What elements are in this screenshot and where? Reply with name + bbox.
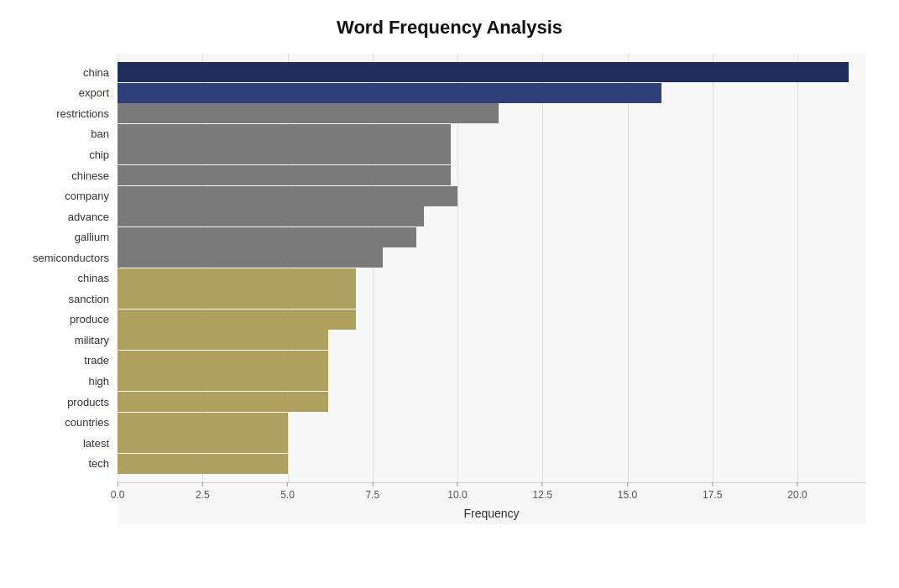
x-tick: 0.0: [111, 482, 125, 501]
bar-row: tech: [118, 454, 865, 474]
bar-fill: [118, 144, 451, 164]
x-axis-label: Frequency: [118, 507, 865, 520]
x-tick: 10.0: [447, 482, 467, 501]
bar-label: products: [8, 396, 118, 408]
bar-row: produce: [118, 310, 865, 330]
x-tick-line: [457, 482, 457, 487]
bar-row: restrictions: [118, 103, 865, 123]
x-tick-line: [797, 482, 797, 487]
x-tick-line: [542, 482, 543, 487]
bar-row: high: [118, 371, 865, 391]
bar-label: ban: [8, 127, 118, 140]
bar-label: trade: [8, 354, 118, 367]
bar-fill: [118, 124, 451, 144]
bar-track: [118, 206, 865, 226]
bar-fill: [118, 227, 416, 247]
x-tick-label: 12.5: [533, 489, 552, 501]
bar-track: [118, 310, 865, 330]
bar-track: [118, 83, 865, 103]
bar-fill: [118, 247, 383, 268]
bar-label: chinas: [8, 272, 118, 284]
bar-row: trade: [118, 351, 865, 371]
bar-track: [118, 227, 865, 247]
x-tick-label: 5.0: [280, 489, 295, 501]
bar-fill: [118, 392, 328, 412]
x-tick: 7.5: [365, 482, 379, 501]
bar-track: [118, 351, 865, 371]
bar-row: sanction: [118, 289, 865, 309]
bar-row: export: [118, 83, 865, 103]
bar-track: [118, 289, 865, 309]
bar-track: [118, 186, 865, 206]
bar-fill: [118, 351, 328, 371]
bar-row: semiconductors: [118, 247, 865, 268]
x-tick-line: [202, 482, 203, 487]
x-tick: 17.5: [703, 482, 722, 501]
bar-row: latest: [118, 433, 865, 453]
bar-track: [118, 392, 865, 412]
bar-label: high: [8, 375, 118, 388]
bar-label: tech: [8, 457, 118, 470]
bar-fill: [118, 330, 328, 350]
bar-row: products: [118, 392, 865, 412]
bar-fill: [118, 371, 328, 391]
bar-label: company: [8, 190, 118, 202]
x-tick: 5.0: [280, 482, 295, 501]
x-tick-label: 20.0: [787, 489, 807, 501]
bar-track: [118, 330, 865, 350]
x-tick-label: 17.5: [703, 489, 722, 501]
bar-label: gallium: [8, 231, 118, 243]
chart-area: chinaexportrestrictionsbanchipchinesecom…: [118, 54, 865, 524]
chart-title: Word Frequency Analysis: [34, 17, 865, 39]
bar-track: [118, 144, 865, 164]
bar-fill: [118, 62, 849, 82]
x-axis-line: [118, 482, 865, 483]
bar-row: chinas: [118, 268, 865, 289]
x-tick-label: 15.0: [618, 489, 637, 501]
bar-row: countries: [118, 413, 865, 433]
x-tick-line: [287, 482, 288, 487]
bars-wrapper: chinaexportrestrictionsbanchipchinesecom…: [118, 54, 865, 482]
x-tick-line: [372, 482, 373, 487]
bar-track: [118, 433, 865, 453]
bar-label: sanction: [8, 293, 118, 305]
bar-row: chinese: [118, 165, 865, 185]
bar-label: restrictions: [8, 107, 118, 120]
bar-label: export: [8, 86, 118, 99]
x-tick-label: 7.5: [365, 489, 379, 501]
bar-fill: [118, 103, 499, 123]
bar-label: latest: [8, 437, 118, 450]
bar-track: [118, 124, 865, 144]
bar-label: produce: [8, 313, 118, 325]
x-tick-label: 2.5: [196, 489, 210, 501]
bar-fill: [118, 413, 288, 433]
bar-label: chinese: [8, 169, 118, 182]
x-tick: 2.5: [196, 482, 210, 501]
bar-row: china: [118, 62, 865, 82]
x-tick-line: [118, 482, 118, 487]
bar-fill: [118, 206, 424, 226]
bar-track: [118, 413, 865, 433]
bar-track: [118, 62, 865, 82]
bar-fill: [118, 454, 288, 474]
bar-row: military: [118, 330, 865, 350]
bar-track: [118, 165, 865, 185]
bar-label: military: [8, 334, 118, 346]
bar-track: [118, 454, 865, 474]
bar-fill: [118, 310, 356, 330]
bar-track: [118, 268, 865, 289]
bar-fill: [118, 165, 451, 185]
bar-fill: [118, 186, 457, 206]
bar-label: china: [8, 66, 118, 79]
bar-row: gallium: [118, 227, 865, 247]
bar-row: advance: [118, 206, 865, 226]
bar-fill: [118, 268, 356, 289]
bar-label: semiconductors: [8, 252, 118, 264]
x-tick: 15.0: [618, 482, 637, 501]
chart-container: Word Frequency Analysis chinaexportrestr…: [0, 0, 899, 588]
bar-track: [118, 247, 865, 268]
bar-fill: [118, 83, 661, 103]
bar-label: advance: [8, 211, 118, 223]
bar-row: ban: [118, 124, 865, 144]
x-axis: 0.02.55.07.510.012.515.017.520.0 Frequen…: [118, 482, 865, 524]
